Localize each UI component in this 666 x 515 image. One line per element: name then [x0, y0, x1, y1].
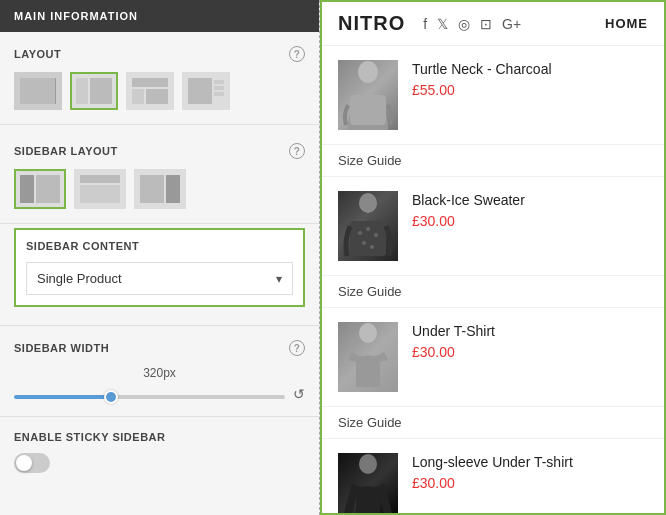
- sidebar-width-help-icon[interactable]: ?: [289, 340, 305, 356]
- product-image-tshirt: [338, 322, 398, 392]
- panel-header: MAIN INFORMATION: [0, 0, 319, 32]
- product-name-turtle-neck: Turtle Neck - Charcoal: [412, 60, 648, 78]
- layout-option-2[interactable]: [70, 72, 118, 110]
- svg-point-5: [366, 227, 370, 231]
- sidebar-layout-options: [14, 169, 305, 209]
- svg-rect-1: [350, 95, 386, 125]
- product-item-blackice: Black-Ice Sweater £30.00: [322, 177, 664, 276]
- sidebar-width-value: 320px: [14, 366, 305, 380]
- sidebar-content-dropdown-wrapper: Single Product Category Recent Posts Non…: [26, 262, 293, 295]
- sidebar-layout-section: SIDEBAR LAYOUT ?: [0, 129, 319, 219]
- svg-point-6: [374, 233, 378, 237]
- product-list: Turtle Neck - Charcoal £55.00 Size Guide: [322, 46, 664, 513]
- nav-home[interactable]: HOME: [605, 16, 648, 31]
- left-panel: MAIN INFORMATION LAYOUT ?: [0, 0, 320, 515]
- twitter-icon[interactable]: 𝕏: [437, 16, 448, 32]
- site-brand: NITRO: [338, 12, 405, 35]
- product-item-longsleeve: Long-sleeve Under T-shirt £30.00: [322, 439, 664, 513]
- product-image-longsleeve: [338, 453, 398, 513]
- svg-point-7: [362, 241, 366, 245]
- product-item-tshirt: Under T-Shirt £30.00: [322, 308, 664, 407]
- svg-rect-3: [350, 221, 386, 256]
- layout-section: LAYOUT ?: [0, 32, 319, 120]
- product-price-longsleeve: £30.00: [412, 475, 648, 491]
- product-name-longsleeve: Long-sleeve Under T-shirt: [412, 453, 648, 471]
- product-image-turtle-neck: [338, 60, 398, 130]
- social-icons: f 𝕏 ◎ ⊡ G+: [423, 16, 521, 32]
- product-info-blackice: Black-Ice Sweater £30.00: [412, 191, 648, 229]
- sidebar-layout-option-3[interactable]: [134, 169, 186, 209]
- layout-options: [14, 72, 305, 110]
- googleplus-icon[interactable]: G+: [502, 16, 521, 32]
- product-name-blackice: Black-Ice Sweater: [412, 191, 648, 209]
- layout-option-4[interactable]: [182, 72, 230, 110]
- svg-point-0: [358, 61, 378, 83]
- sidebar-width-label: SIDEBAR WIDTH ?: [14, 340, 305, 356]
- layout-label: LAYOUT ?: [14, 46, 305, 62]
- sidebar-layout-option-2[interactable]: [74, 169, 126, 209]
- layout-option-3[interactable]: [126, 72, 174, 110]
- sidebar-width-section: SIDEBAR WIDTH ? 320px ↺: [0, 330, 319, 412]
- flickr-icon[interactable]: ⊡: [480, 16, 492, 32]
- layout-option-1[interactable]: [14, 72, 62, 110]
- site-header: NITRO f 𝕏 ◎ ⊡ G+ HOME: [322, 2, 664, 46]
- product-name-tshirt: Under T-Shirt: [412, 322, 648, 340]
- sidebar-content-section: SIDEBAR CONTENT Single Product Category …: [14, 228, 305, 307]
- sidebar-width-slider[interactable]: [14, 395, 285, 399]
- svg-point-2: [359, 193, 377, 213]
- sidebar-width-slider-wrapper: [14, 387, 285, 402]
- size-guide-1[interactable]: Size Guide: [322, 145, 664, 177]
- sidebar-content-label: SIDEBAR CONTENT: [26, 240, 293, 252]
- product-image-blackice: [338, 191, 398, 261]
- product-info-turtle-neck: Turtle Neck - Charcoal £55.00: [412, 60, 648, 98]
- instagram-icon[interactable]: ◎: [458, 16, 470, 32]
- sidebar-layout-label: SIDEBAR LAYOUT ?: [14, 143, 305, 159]
- svg-point-10: [359, 454, 377, 474]
- product-info-longsleeve: Long-sleeve Under T-shirt £30.00: [412, 453, 648, 491]
- facebook-icon[interactable]: f: [423, 16, 427, 32]
- size-guide-3[interactable]: Size Guide: [322, 407, 664, 439]
- product-price-turtle-neck: £55.00: [412, 82, 648, 98]
- sidebar-layout-option-1[interactable]: [14, 169, 66, 209]
- svg-point-9: [359, 323, 377, 343]
- sidebar-layout-help-icon[interactable]: ?: [289, 143, 305, 159]
- product-price-tshirt: £30.00: [412, 344, 648, 360]
- sticky-sidebar-label: ENABLE STICKY SIDEBAR: [14, 431, 305, 443]
- refresh-icon[interactable]: ↺: [293, 386, 305, 402]
- layout-help-icon[interactable]: ?: [289, 46, 305, 62]
- panel-header-title: MAIN INFORMATION: [14, 10, 138, 22]
- size-guide-2[interactable]: Size Guide: [322, 276, 664, 308]
- sticky-sidebar-toggle[interactable]: [14, 453, 50, 473]
- sticky-sidebar-section: ENABLE STICKY SIDEBAR: [0, 421, 319, 483]
- right-panel: NITRO f 𝕏 ◎ ⊡ G+ HOME Turtle Nec: [320, 0, 666, 515]
- sidebar-width-slider-row: ↺: [14, 386, 305, 402]
- product-item-turtle-neck: Turtle Neck - Charcoal £55.00: [322, 46, 664, 145]
- product-info-tshirt: Under T-Shirt £30.00: [412, 322, 648, 360]
- svg-point-4: [358, 231, 362, 235]
- svg-point-8: [370, 245, 374, 249]
- sidebar-content-dropdown[interactable]: Single Product Category Recent Posts Non…: [27, 263, 292, 294]
- product-price-blackice: £30.00: [412, 213, 648, 229]
